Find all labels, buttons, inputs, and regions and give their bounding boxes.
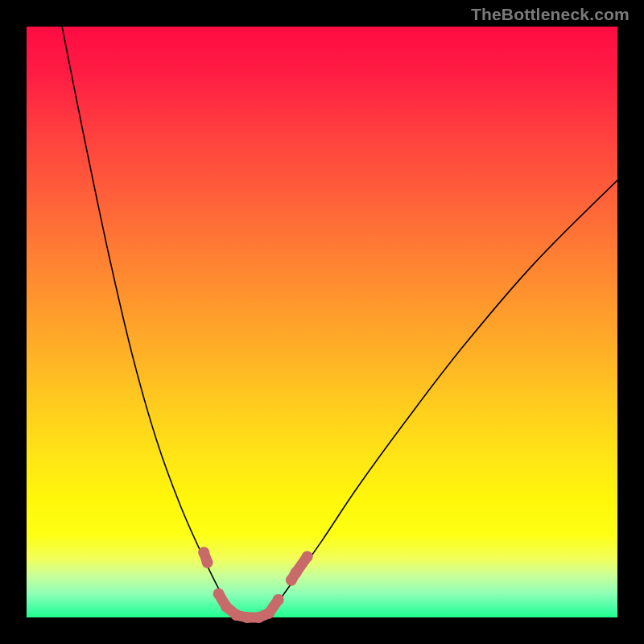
marker-layer [198,547,312,623]
marker-dot [242,612,253,623]
marker-dot [231,609,242,621]
curve-right-curve [267,180,617,617]
curve-layer [62,27,617,617]
marker-dot [291,567,302,578]
plot-area [27,27,617,617]
curve-left-curve [62,27,237,617]
marker-dot [221,601,232,613]
marker-dot [213,588,225,600]
chart-svg [27,27,617,617]
marker-dot [273,594,284,605]
chart-frame: TheBottleneck.com [0,0,644,644]
attribution-text: TheBottleneck.com [471,5,630,24]
marker-dot [302,551,313,562]
marker-dot [198,547,209,558]
marker-dot [253,612,264,623]
marker-dot [263,608,275,619]
marker-dot [202,557,213,568]
